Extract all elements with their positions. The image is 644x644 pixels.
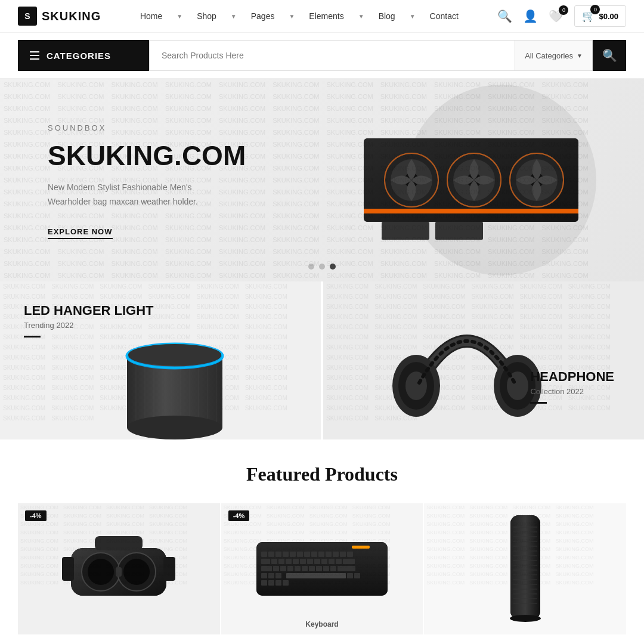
svg-rect-77	[343, 559, 355, 564]
nav-blog[interactable]: Blog	[379, 11, 395, 21]
search-input[interactable]	[150, 41, 515, 70]
banner-led-content: LED HANGER LIGHT Trending 2022	[0, 281, 321, 359]
banner-headphone-content: HEADPHONE Collection 2022	[530, 369, 614, 404]
svg-rect-88	[338, 566, 355, 571]
categories-label: CATEGORIES	[47, 51, 111, 61]
svg-rect-57	[290, 552, 296, 557]
banner-divider-icon	[24, 336, 41, 338]
svg-rect-85	[316, 566, 322, 571]
product-card-vr[interactable]: const wm4=document.currentScript.parentE…	[18, 503, 220, 634]
cart-button[interactable]: 🛒0 $0.00	[574, 5, 626, 27]
svg-rect-82	[295, 566, 301, 571]
all-categories-label: All Categories	[525, 51, 573, 60]
product-card-speaker[interactable]: const wm6=document.currentScript.parentE…	[424, 503, 626, 634]
svg-rect-87	[330, 566, 336, 571]
product-badge-keyboard: -4%	[228, 510, 250, 521]
svg-rect-61	[318, 552, 324, 557]
svg-rect-86	[323, 566, 329, 571]
svg-rect-53	[261, 552, 267, 557]
nav-pages[interactable]: Pages	[251, 11, 275, 21]
hero-dots	[308, 264, 336, 270]
featured-title: Featured Products	[18, 463, 626, 485]
cart-price: $0.00	[599, 12, 618, 21]
svg-rect-94	[354, 573, 360, 578]
banner-headphone-subtitle: Collection 2022	[530, 387, 614, 396]
hamburger-icon	[30, 51, 39, 60]
hero-title: SKUKING.COM	[48, 141, 246, 171]
nav-home[interactable]: Home	[140, 11, 162, 21]
nav-shop[interactable]: Shop	[197, 11, 216, 21]
svg-rect-93	[347, 573, 353, 578]
svg-rect-96	[268, 580, 274, 586]
svg-rect-100	[510, 515, 540, 620]
dot-1[interactable]	[308, 264, 314, 270]
svg-rect-70	[293, 559, 299, 564]
svg-point-30	[127, 416, 222, 439]
hero-content: SOUNDBOX SKUKING.COM New Modern Stylist …	[0, 123, 293, 236]
svg-point-43	[88, 559, 114, 585]
svg-rect-68	[278, 559, 284, 564]
banner-headphone: const wm3=document.currentScript.parentE…	[323, 281, 644, 439]
explore-cta[interactable]: EXPLORE NOW	[48, 226, 113, 237]
svg-rect-66	[261, 559, 270, 564]
svg-rect-74	[321, 559, 327, 564]
svg-rect-83	[302, 566, 308, 571]
product-badge-vr: -4%	[25, 510, 47, 521]
gpu-illustration	[346, 103, 596, 258]
dot-3[interactable]	[330, 264, 336, 270]
header-icons: 🔍 👤 🤍 0 🛒0 $0.00	[497, 5, 626, 27]
banner-led-title: LED HANGER LIGHT	[24, 303, 297, 318]
svg-rect-90	[268, 573, 274, 578]
banner-led: const wm2=document.currentScript.parentE…	[0, 281, 323, 439]
svg-rect-91	[275, 573, 281, 578]
main-nav: Home ▼ Shop ▼ Pages ▼ Elements ▼ Blog ▼ …	[140, 11, 459, 21]
categories-button[interactable]: CATEGORIES	[18, 40, 149, 71]
search-icon[interactable]: 🔍	[497, 9, 512, 23]
svg-rect-60	[311, 552, 317, 557]
svg-rect-59	[304, 552, 310, 557]
keyboard-illustration	[221, 503, 423, 634]
svg-rect-46	[116, 567, 122, 577]
wishlist-icon[interactable]: 🤍 0	[549, 9, 564, 23]
svg-rect-48	[62, 557, 74, 581]
svg-rect-62	[326, 552, 332, 557]
svg-rect-89	[261, 573, 267, 578]
cart-icon: 🛒0	[582, 10, 595, 23]
hero-cta-label: EXPLORE NOW	[48, 227, 113, 239]
svg-rect-13	[435, 222, 483, 240]
products-grid: const wm4=document.currentScript.parentE…	[18, 503, 626, 634]
nav-elements[interactable]: Elements	[309, 11, 343, 21]
hero-image-area	[346, 85, 608, 275]
hero-subtitle: SOUNDBOX	[48, 123, 246, 132]
svg-rect-80	[280, 566, 286, 571]
nav-contact[interactable]: Contact	[430, 11, 459, 21]
featured-section: Featured Products const wm4=document.cur…	[0, 439, 644, 644]
dot-2[interactable]	[319, 264, 325, 270]
svg-rect-84	[309, 566, 315, 571]
svg-rect-12	[382, 222, 429, 240]
svg-rect-71	[300, 559, 306, 564]
banners-row: const wm2=document.currentScript.parentE…	[0, 281, 644, 439]
svg-rect-81	[287, 566, 293, 571]
user-icon[interactable]: 👤	[523, 9, 538, 23]
search-submit-button[interactable]: 🔍	[593, 40, 626, 71]
svg-rect-95	[261, 580, 267, 586]
hero-banner: // Generate watermark text const wm = do…	[0, 79, 644, 281]
svg-rect-56	[283, 552, 289, 557]
svg-rect-55	[275, 552, 281, 557]
category-select[interactable]: All Categories ▼	[515, 41, 592, 70]
vr-illustration	[18, 503, 220, 634]
dropdown-arrow-icon: ▼	[577, 52, 583, 59]
search-row: CATEGORIES All Categories ▼ 🔍	[0, 33, 644, 79]
svg-rect-58	[297, 552, 303, 557]
svg-rect-98	[283, 580, 289, 586]
product-name-keyboard: Keyboard	[305, 620, 338, 628]
banner-divider-right-icon	[530, 402, 547, 404]
svg-rect-54	[268, 552, 274, 557]
svg-rect-78	[261, 566, 272, 571]
logo-text: SKUKING	[42, 10, 101, 23]
product-card-keyboard[interactable]: const wm5=document.currentScript.parentE…	[221, 503, 423, 634]
logo[interactable]: S SKUKING	[18, 7, 101, 26]
search-input-wrapper: All Categories ▼	[149, 40, 593, 71]
speaker-illustration	[424, 503, 626, 634]
